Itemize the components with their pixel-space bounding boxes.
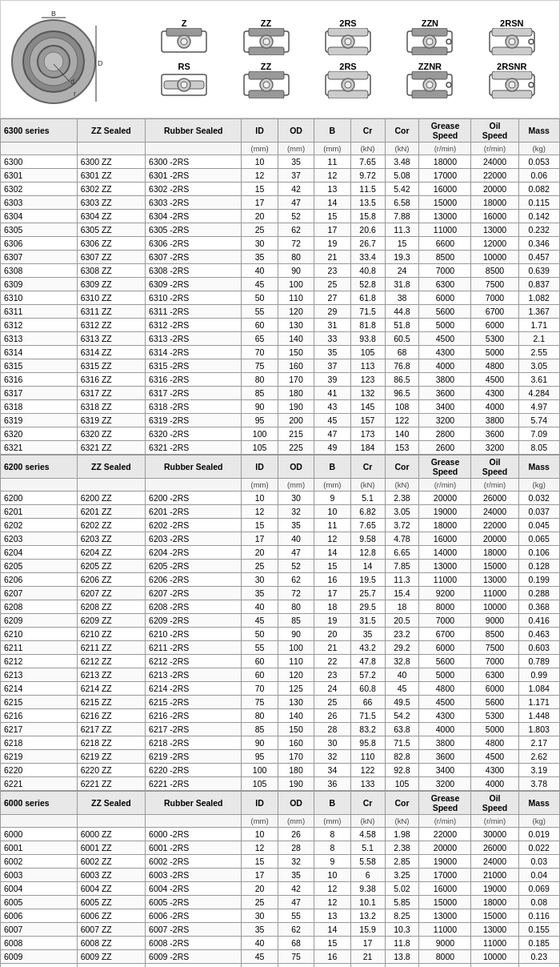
svg-point-57 xyxy=(446,82,451,87)
svg-point-25 xyxy=(345,38,351,45)
table-row: 62016201 ZZ6201 -2RS1232106.823.05190002… xyxy=(1,505,560,519)
zz-header-6300: ZZ Sealed xyxy=(77,119,145,142)
table-row: 62046204 ZZ6204 -2RS20471412.86.65140001… xyxy=(1,546,560,560)
series-title-6300: 6300 series xyxy=(1,119,78,142)
table-row: 63206320 ZZ6320 -2RS10021547173140280036… xyxy=(1,427,560,441)
table-row: 62186218 ZZ6218 -2RS901603095.871.538004… xyxy=(1,736,560,750)
table-row: 62166216 ZZ6216 -2RS801402671.554.243005… xyxy=(1,709,560,723)
svg-point-62 xyxy=(509,82,515,88)
mass-header-6300: Mass xyxy=(518,119,560,142)
series-header-6000: 6000 series ZZ Sealed Rubber Sealed ID O… xyxy=(1,792,560,815)
rubber-header-6200: Rubber Sealed xyxy=(146,455,242,479)
series-title-6000: 6000 series xyxy=(1,792,78,815)
zz-header-6000: ZZ Sealed xyxy=(77,792,145,815)
svg-point-56 xyxy=(426,82,433,88)
diagram-label-zz2: ZZ xyxy=(234,62,298,100)
table-row: 62216221 ZZ6221 -2RS10519036133105320040… xyxy=(1,777,560,791)
table-row: 63216321 ZZ6321 -2RS10522549184153260032… xyxy=(1,441,560,455)
svg-text:D: D xyxy=(98,59,103,67)
table-row: 60046004 ZZ6004 -2RS2042129.385.02160001… xyxy=(1,882,560,896)
table-row: 63126312 ZZ6312 -2RS601303181.851.850006… xyxy=(1,319,560,332)
svg-text:r: r xyxy=(74,90,76,98)
table-row: 62116211 ZZ6211 -2RS551002143.229.260007… xyxy=(1,641,560,655)
table-row: 60086008 ZZ6008 -2RS4068151711.890001100… xyxy=(1,937,560,950)
diagram-label-zz: ZZ xyxy=(234,18,298,57)
zz-header-6200: ZZ Sealed xyxy=(77,455,145,479)
table-row: 60036003 ZZ6003 -2RS17351063.25170002100… xyxy=(1,869,560,882)
oil-header-6300: OilSpeed xyxy=(471,119,518,142)
rubber-header-6000: Rubber Sealed xyxy=(146,792,242,815)
svg-point-30 xyxy=(426,38,433,45)
table-row: 60016001 ZZ6001 -2RS122885.12.3820000260… xyxy=(1,841,560,855)
table-row: 62176217 ZZ6217 -2RS851502883.263.840005… xyxy=(1,723,560,736)
diagram-label-2rs2: 2RS xyxy=(316,62,380,100)
table-row: 62086208 ZZ6208 -2RS40801829.51880001000… xyxy=(1,600,560,614)
table-row: 63176317 ZZ6317 -2RS851804113296.5360043… xyxy=(1,387,560,400)
table-row: 63146314 ZZ6314 -2RS70150351056843005000… xyxy=(1,346,560,359)
diagram-label-rs: RS xyxy=(152,62,216,100)
table-row: 62126212 ZZ6212 -2RS601102247.832.856007… xyxy=(1,655,560,668)
table-row: 63196319 ZZ6319 -2RS95200451571223200380… xyxy=(1,414,560,427)
svg-point-37 xyxy=(529,39,534,44)
table-6300: 6300 series ZZ Sealed Rubber Sealed ID O… xyxy=(0,118,560,455)
diagram-label-zzn: ZZN xyxy=(398,18,462,57)
bearing-image: B D d r xyxy=(7,7,135,111)
svg-text:B: B xyxy=(51,10,56,18)
svg-point-51 xyxy=(345,82,351,88)
table-row: 63116311 ZZ6311 -2RS551202971.544.856006… xyxy=(1,305,560,319)
table-row: 63006300 ZZ6300 -2RS1035117.653.48180002… xyxy=(1,155,560,169)
table-row: 62076207 ZZ6207 -2RS35721725.715.4920011… xyxy=(1,587,560,600)
svg-point-36 xyxy=(509,38,515,45)
series-header-6200: 6200 series ZZ Sealed Rubber Sealed ID O… xyxy=(1,455,560,479)
table-row: 60066006 ZZ6006 -2RS30551313.28.25130001… xyxy=(1,909,560,923)
table-row: 60006000 ZZ6000 -2RS102684.581.982200030… xyxy=(1,828,560,841)
table-row: 62156215 ZZ6215 -2RS75130256649.54500560… xyxy=(1,696,560,709)
table-row: 63156315 ZZ6315 -2RS751603711376.8400048… xyxy=(1,359,560,373)
table-row: 62006200 ZZ6200 -2RS103095.12.3820000260… xyxy=(1,492,560,505)
table-row: 63096309 ZZ6309 -2RS451002552.831.863007… xyxy=(1,278,560,291)
table-row: 62146214 ZZ6214 -2RS701252460.8454800600… xyxy=(1,682,560,696)
table-row: 62196219 ZZ6219 -2RS951703211082.8360045… xyxy=(1,750,560,764)
table-row: 63186318 ZZ6318 -2RS90190431451083400400… xyxy=(1,400,560,414)
svg-point-63 xyxy=(529,82,534,87)
id-header-6300: ID xyxy=(242,119,278,142)
table-row: 63106310 ZZ6310 -2RS501102761.8386000700… xyxy=(1,291,560,305)
svg-point-31 xyxy=(446,39,451,44)
table-row: 63086308 ZZ6308 -2RS40902340.82470008500… xyxy=(1,264,560,278)
table-row: 63136313 ZZ6313 -2RS651403393.860.545005… xyxy=(1,332,560,346)
unit-row-6200: (mm) (mm) (mm) (kN) (kN) (r/min) (r/min)… xyxy=(1,479,560,492)
table-row: 62106210 ZZ6210 -2RS5090203523.267008500… xyxy=(1,628,560,641)
table-row: 62036203 ZZ6203 -2RS1740129.584.78160002… xyxy=(1,532,560,546)
table-row: 63076307 ZZ6307 -2RS35802133.419.3850010… xyxy=(1,251,560,264)
table-row: 60026002 ZZ6002 -2RS153295.582.851900024… xyxy=(1,855,560,869)
table-row: 62066206 ZZ6206 -2RS30621619.511.3110001… xyxy=(1,573,560,587)
series-title-6200: 6200 series xyxy=(1,455,78,479)
svg-text:d: d xyxy=(70,78,74,86)
table-row: 60096009 ZZ6009 -2RS4575162113.880001000… xyxy=(1,950,560,964)
table-row: 63046304 ZZ6304 -2RS20521515.87.88130001… xyxy=(1,210,560,223)
unit-row-6000: (mm) (mm) (mm) (kN) (kN) (r/min) (r/min)… xyxy=(1,815,560,828)
table-row: 62026202 ZZ6202 -2RS1535117.653.72180002… xyxy=(1,519,560,532)
table-row: 62096209 ZZ6209 -2RS45851931.520.5700090… xyxy=(1,614,560,628)
table-row: 63056305 ZZ6305 -2RS25621720.611.3110001… xyxy=(1,223,560,237)
top-section: B D d r Z ZZ xyxy=(0,0,560,118)
unit-row-6300: (mm) (mm) (mm) (kN) (kN) (r/min) (r/min)… xyxy=(1,142,560,155)
table-row: 63036303 ZZ6303 -2RS17471413.56.58150001… xyxy=(1,196,560,210)
cr-header-6300: Cr xyxy=(350,119,385,142)
svg-point-15 xyxy=(181,38,187,45)
b-header-6300: B xyxy=(314,119,350,142)
svg-point-20 xyxy=(263,38,270,45)
diagram-label-z: Z xyxy=(152,18,216,57)
table-row: 63026302 ZZ6302 -2RS15421311.55.42160002… xyxy=(1,183,560,196)
od-header-6300: OD xyxy=(278,119,314,142)
table-row: 60106010 ZZ6010 -2RS5080162216.270009000… xyxy=(1,964,560,968)
diagram-label-2rsn: 2RSN xyxy=(480,18,544,57)
svg-point-41 xyxy=(181,82,187,88)
diagram-label-zznr: ZZNR xyxy=(398,62,462,100)
table-row: 63166316 ZZ6316 -2RS801703912386.5380045… xyxy=(1,373,560,387)
svg-point-46 xyxy=(263,82,270,88)
grease-header-6300: GreaseSpeed xyxy=(419,119,471,142)
table-row: 63016301 ZZ6301 -2RS1237129.725.08170002… xyxy=(1,169,560,183)
table-6000: 6000 series ZZ Sealed Rubber Sealed ID O… xyxy=(0,791,560,967)
rubber-header-6300: Rubber Sealed xyxy=(146,119,242,142)
